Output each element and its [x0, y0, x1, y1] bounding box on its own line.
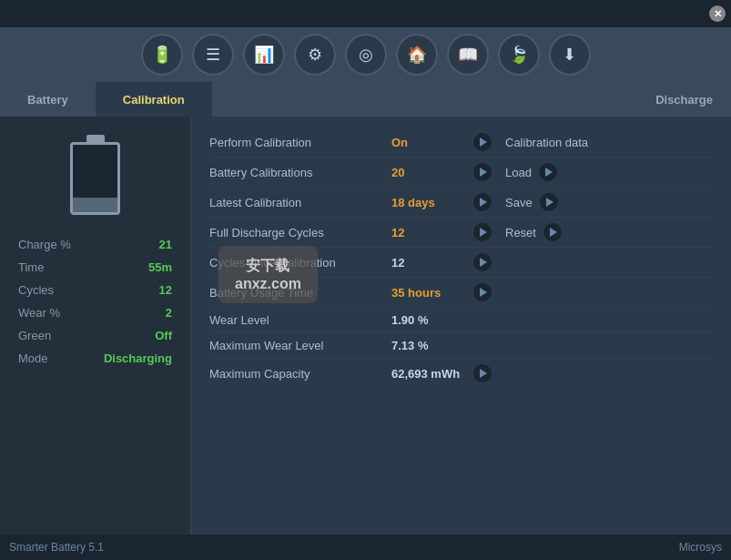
download-toolbar-btn[interactable]: ⬇ — [549, 34, 591, 76]
stat-charge-value: 21 — [159, 238, 172, 251]
battery-fill — [73, 198, 117, 212]
value-battery-usage-time: 35 hours — [391, 286, 473, 300]
toolbar: 🔋 ☰ 📊 ⚙ ◎ 🏠 📖 🍃 ⬇ — [0, 27, 731, 82]
title-bar: ✕ — [0, 0, 731, 27]
stat-cycles: Cycles 12 — [18, 279, 172, 301]
actions-perform-calibration: Calibration data — [505, 136, 588, 149]
label-max-wear-level: Maximum Wear Level — [209, 339, 391, 352]
main-content: Charge % 21 Time 55m Cycles 12 Wear % 2 … — [0, 117, 731, 535]
value-battery-calibrations: 20 — [391, 166, 473, 179]
actions-full-discharge: Reset — [505, 223, 575, 241]
play-battery-usage-time[interactable] — [473, 283, 492, 301]
label-full-discharge: Full Discharge Cycles — [209, 226, 391, 239]
play-battery-calibrations[interactable] — [473, 163, 492, 181]
value-max-capacity: 62,693 mWh — [391, 367, 473, 381]
row-latest-calibration: Latest Calibration 18 days Save — [209, 188, 713, 218]
label-battery-calibrations: Battery Calibrations — [209, 166, 391, 179]
right-label-full-discharge: Reset — [505, 226, 536, 239]
battery-icon-container — [18, 135, 172, 217]
right-label-latest-calibration: Save — [505, 196, 533, 209]
label-cycles-since: Cycles since Calibration — [209, 256, 391, 270]
battery-terminal — [86, 135, 105, 142]
row-battery-calibrations: Battery Calibrations 20 Load — [209, 158, 713, 188]
stat-time: Time 55m — [18, 256, 172, 279]
stat-green-value: Off — [155, 329, 172, 342]
battery-icon — [70, 135, 120, 217]
label-battery-usage-time: Battery Usage Time — [209, 286, 391, 300]
app-company: Microsys — [679, 541, 722, 554]
home-toolbar-btn[interactable]: 🏠 — [396, 34, 438, 76]
chart-toolbar-btn[interactable]: 📊 — [243, 34, 285, 76]
right-panel: Perform Calibration On Calibration data … — [191, 117, 731, 535]
value-wear-level: 1.90 % — [391, 313, 473, 327]
play-save[interactable] — [540, 193, 558, 211]
stat-green-label: Green — [18, 329, 51, 342]
value-max-wear-level: 7.13 % — [391, 339, 473, 352]
label-max-capacity: Maximum Capacity — [209, 367, 391, 381]
play-load[interactable] — [539, 163, 557, 181]
stat-wear-value: 2 — [166, 306, 172, 320]
left-panel: Charge % 21 Time 55m Cycles 12 Wear % 2 … — [0, 117, 191, 535]
stat-time-label: Time — [18, 260, 44, 274]
stat-cycles-value: 12 — [159, 283, 172, 297]
stat-cycles-label: Cycles — [18, 283, 54, 297]
label-perform-calibration: Perform Calibration — [209, 136, 391, 149]
target-toolbar-btn[interactable]: ◎ — [345, 34, 387, 76]
stat-mode-value: Discharging — [104, 351, 172, 365]
row-max-capacity: Maximum Capacity 62,693 mWh — [209, 359, 713, 388]
stat-wear-label: Wear % — [18, 306, 60, 320]
close-button[interactable]: ✕ — [709, 5, 726, 22]
stat-mode-label: Mode — [18, 351, 48, 365]
stat-charge-label: Charge % — [18, 238, 71, 251]
stat-time-value: 55m — [148, 260, 172, 274]
play-latest-calibration[interactable] — [473, 193, 492, 211]
row-full-discharge: Full Discharge Cycles 12 Reset — [209, 218, 713, 248]
status-bar: Smarter Battery 5.1 Microsys — [0, 535, 731, 560]
play-cycles-since[interactable] — [473, 253, 492, 271]
tab-discharge[interactable]: Discharge — [637, 82, 731, 117]
row-battery-usage-time: Battery Usage Time 35 hours — [209, 278, 713, 308]
actions-latest-calibration: Save — [505, 193, 572, 211]
play-perform-calibration[interactable] — [473, 133, 492, 151]
stat-charge: Charge % 21 — [18, 233, 172, 256]
right-label-perform-calibration: Calibration data — [505, 136, 588, 149]
row-max-wear-level: Maximum Wear Level 7.13 % — [209, 333, 713, 359]
value-cycles-since: 12 — [391, 256, 473, 270]
stat-mode: Mode Discharging — [18, 347, 172, 370]
value-full-discharge: 12 — [391, 226, 473, 239]
label-latest-calibration: Latest Calibration — [209, 196, 391, 209]
value-perform-calibration: On — [391, 136, 473, 149]
actions-battery-calibrations: Load — [505, 163, 571, 181]
stat-wear: Wear % 2 — [18, 301, 172, 324]
right-label-battery-calibrations: Load — [505, 166, 532, 179]
tab-bar: Battery Calibration Discharge — [0, 82, 731, 117]
stat-green: Green Off — [18, 324, 172, 347]
leaf-toolbar-btn[interactable]: 🍃 — [498, 34, 540, 76]
settings-toolbar-btn[interactable]: ⚙ — [294, 34, 336, 76]
app-title: Smarter Battery 5.1 — [9, 541, 104, 554]
list-toolbar-btn[interactable]: ☰ — [192, 34, 234, 76]
label-wear-level: Wear Level — [209, 313, 391, 327]
tab-calibration[interactable]: Calibration — [96, 82, 212, 117]
value-latest-calibration: 18 days — [391, 196, 473, 209]
tab-spacer — [212, 82, 637, 117]
book-toolbar-btn[interactable]: 📖 — [447, 34, 489, 76]
battery-body — [70, 142, 120, 215]
row-perform-calibration: Perform Calibration On Calibration data — [209, 127, 713, 158]
battery-toolbar-btn[interactable]: 🔋 — [141, 34, 183, 76]
play-reset[interactable] — [543, 223, 562, 241]
tab-battery[interactable]: Battery — [0, 82, 96, 117]
row-cycles-since: Cycles since Calibration 12 — [209, 248, 713, 278]
row-wear-level: Wear Level 1.90 % — [209, 308, 713, 333]
play-max-capacity[interactable] — [473, 364, 492, 382]
play-full-discharge[interactable] — [473, 223, 492, 241]
